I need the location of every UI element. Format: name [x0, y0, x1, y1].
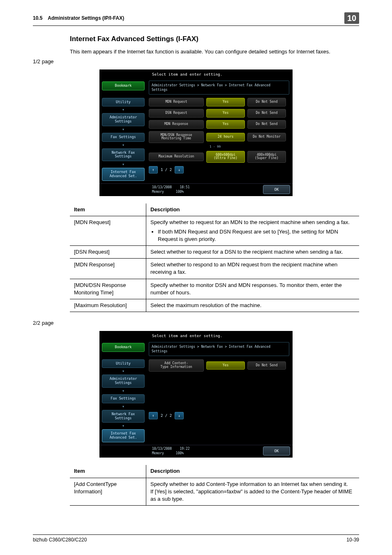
col-desc: Description	[146, 204, 360, 216]
table-row: [Maximum Resolution]	[70, 299, 146, 312]
page-down-button[interactable]: ↓	[175, 166, 184, 173]
table-row: Specify whether to request for an MDN to…	[146, 216, 360, 246]
mfp-screenshot-2: Select item and enter setting. Bookmark …	[99, 331, 293, 458]
ok-button[interactable]: OK	[263, 185, 290, 194]
crumb-network-fax[interactable]: Network Fax Settings	[102, 410, 145, 423]
status-info: 10/13/2008 18:51 Memory 100%	[152, 185, 190, 194]
panel-prompt: Select item and enter setting.	[99, 331, 293, 340]
mdn-response-label[interactable]: MDN Response	[149, 120, 204, 129]
mdn-request-no[interactable]: Do Not Send	[247, 98, 286, 106]
page2-label: 2/2 page	[33, 319, 359, 327]
chevron-down-icon: ▾	[102, 109, 145, 111]
max-res-600[interactable]: 600x600dpi (Ultra Fine)	[206, 151, 245, 163]
settings-table-2: Item Description [Add ContentType Inform…	[70, 465, 359, 506]
crumb-utility[interactable]: Utility	[102, 359, 145, 368]
bookmark-button[interactable]: Bookmark	[102, 343, 145, 352]
dsn-request-yes[interactable]: Yes	[206, 109, 245, 118]
chapter-badge: 10	[344, 12, 359, 24]
mfp-screenshot-1: Select item and enter setting. Bookmark …	[99, 69, 293, 196]
add-ct-label[interactable]: Add Content- Type Information	[149, 359, 204, 372]
chevron-down-icon: ▾	[102, 144, 145, 146]
section-number: 10.5	[33, 15, 42, 21]
settings-table-1: Item Description [MDN Request] Specify w…	[70, 204, 359, 312]
table-row: [MDN Response]	[70, 259, 146, 279]
crumb-ifax-adv[interactable]: Internet Fax Advanced Set.	[102, 168, 145, 181]
pager-label: 1 / 2	[159, 167, 173, 173]
dsn-request-label[interactable]: DSN Request	[149, 109, 204, 118]
table-row: Select whether to respond to an MDN requ…	[146, 259, 360, 279]
mon-time-value[interactable]: 24 hours	[206, 133, 245, 141]
breadcrumb-path: Administrator Settings > Network Fax > I…	[149, 342, 289, 356]
chevron-down-icon: ▾	[102, 370, 145, 372]
ok-button[interactable]: OK	[263, 446, 290, 456]
add-ct-no[interactable]: Do Not Send	[247, 361, 286, 370]
crumb-admin-settings[interactable]: Administrator Settings	[102, 113, 145, 126]
page-up-button[interactable]: ↑	[149, 166, 158, 173]
mdn-response-yes[interactable]: Yes	[206, 120, 245, 129]
footer-page: 10-39	[346, 536, 359, 543]
chevron-down-icon: ▾	[102, 425, 145, 427]
table-row: Specify whether to add Content-Type info…	[146, 478, 360, 506]
pager: ↑ 1 / 2 ↓	[149, 166, 184, 173]
table-row: [MDN Request]	[70, 216, 146, 246]
chevron-down-icon: ▾	[102, 406, 145, 407]
intro-paragraph: This item appears if the Internet fax fu…	[70, 48, 359, 56]
max-res-400[interactable]: 400x400dpi (Super Fine)	[247, 151, 286, 163]
dsn-request-no[interactable]: Do Not Send	[247, 109, 286, 118]
table-row: [Add ContentType Information]	[70, 478, 146, 506]
crumb-fax-settings[interactable]: Fax Settings	[102, 133, 145, 142]
breadcrumb-path: Administrator Settings > Network Fax > I…	[149, 81, 289, 95]
pager: ↑ 2 / 2 ↓	[149, 412, 184, 419]
pager-label: 2 / 2	[159, 413, 173, 419]
chevron-down-icon: ▾	[102, 129, 145, 130]
bookmark-button[interactable]: Bookmark	[102, 81, 145, 90]
breadcrumb-sidebar: Bookmark Utility ▾ Administrator Setting…	[99, 340, 147, 445]
crumb-fax-settings[interactable]: Fax Settings	[102, 394, 145, 403]
running-header: 10.5 Administrator Settings (IP/I-FAX) 1…	[33, 12, 359, 26]
range-note: 1 - 99	[210, 145, 289, 149]
panel-prompt: Select item and enter setting.	[99, 69, 293, 79]
table-row: Select whether to request for a DSN to t…	[146, 246, 360, 259]
mdn-request-yes[interactable]: Yes	[206, 98, 245, 106]
mdn-response-no[interactable]: Do Not Send	[247, 120, 286, 129]
col-item: Item	[70, 204, 146, 216]
page-heading: Internet Fax Advanced Settings (I-FAX)	[70, 34, 359, 44]
crumb-network-fax[interactable]: Network Fax Settings	[102, 148, 145, 162]
table-row: Specify whether to monitor DSN and MDN r…	[146, 279, 360, 299]
add-ct-yes[interactable]: Yes	[206, 361, 245, 370]
breadcrumb-sidebar: Bookmark Utility ▾ Administrator Setting…	[99, 79, 147, 183]
col-item: Item	[70, 465, 146, 478]
col-desc: Description	[146, 465, 360, 478]
page-down-button[interactable]: ↓	[175, 412, 184, 419]
page-footer: bizhub C360/C280/C220 10-39	[33, 534, 359, 543]
status-info: 10/13/2008 19:22 Memory 100%	[152, 446, 190, 456]
section-title: Administrator Settings (IP/I-FAX)	[48, 15, 124, 21]
max-res-label[interactable]: Maximum Resolution	[149, 153, 204, 161]
crumb-ifax-adv[interactable]: Internet Fax Advanced Set.	[102, 429, 145, 442]
page1-label: 1/2 page	[33, 58, 359, 65]
crumb-admin-settings[interactable]: Administrator Settings	[102, 375, 145, 388]
page-up-button[interactable]: ↑	[149, 412, 158, 419]
crumb-utility[interactable]: Utility	[102, 98, 145, 107]
table-row: [DSN Request]	[70, 246, 146, 259]
table-row: [MDN/DSN Response Monitoring Time]	[70, 279, 146, 299]
mon-time-label[interactable]: MDN/DSN Response Monitoring Time	[149, 131, 204, 143]
chevron-down-icon: ▾	[102, 390, 145, 392]
chevron-down-icon: ▾	[102, 164, 145, 165]
footer-model: bizhub C360/C280/C220	[33, 536, 87, 543]
mon-time-off[interactable]: Do Not Monitor	[247, 133, 286, 141]
mdn-request-label[interactable]: MDN Request	[149, 98, 204, 106]
table-row: Select the maximum resolution of the mac…	[146, 299, 360, 312]
